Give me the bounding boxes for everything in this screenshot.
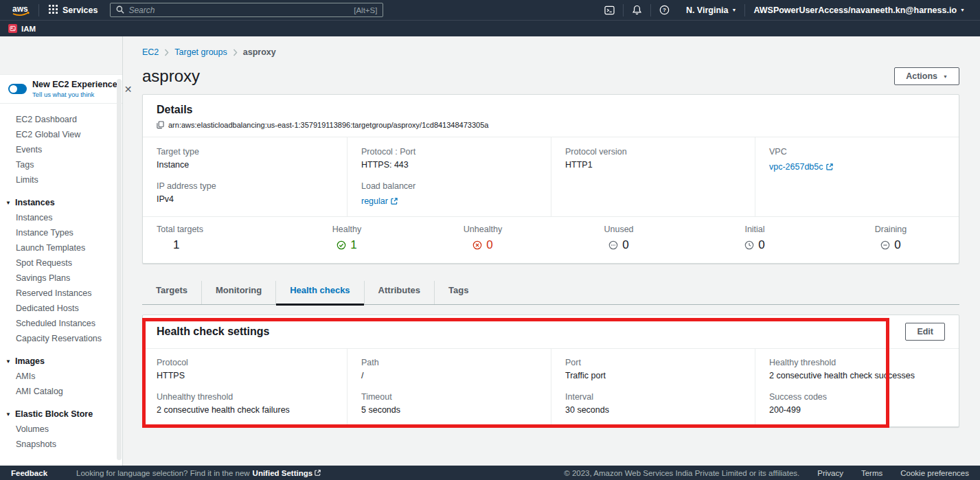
privacy-link[interactable]: Privacy [817,469,843,477]
tab-attributes[interactable]: Attributes [364,281,434,304]
sidebar-section-elastic-block-store[interactable]: ▼ Elastic Block Store [0,407,122,422]
feedback-button[interactable]: Feedback [11,469,47,477]
caret-down-icon: ▼ [5,200,11,206]
account-menu[interactable]: AWSPowerUserAccess/navaneeth.kn@harness.… [745,0,973,20]
tab-targets[interactable]: Targets [142,281,201,304]
sidebar-item-savings-plans[interactable]: Savings Plans [0,271,122,286]
sidebar-section-instances[interactable]: ▼ Instances [0,195,122,210]
sidebar-top-spacer [0,36,122,74]
actions-button[interactable]: Actions ▼ [894,67,959,85]
sidebar-item-volumes[interactable]: Volumes [0,422,122,437]
new-experience-toggle[interactable] [8,84,27,94]
health-check-settings-card: Health check settings Edit Protocol HTTP… [142,315,959,427]
vpc-link[interactable]: vpc-2657db5c [769,162,833,172]
region-selector[interactable]: N. Virginia ▼ [678,0,745,20]
tell-us-link[interactable]: Tell us what you think [32,91,117,98]
sidebar-item-ec2-dashboard[interactable]: EC2 Dashboard [0,112,122,127]
sidebar: New EC2 Experience Tell us what you thin… [0,36,123,466]
x-circle-icon [472,240,482,250]
field-unhealthy-threshold: Unhealthy threshold 2 consecutive health… [157,392,333,415]
sidebar-item-launch-templates[interactable]: Launch Templates [0,240,122,255]
tab-monitoring[interactable]: Monitoring [201,281,275,304]
field-protocol-version: Protocol version HTTP1 [565,147,741,170]
field-ip-address-type: IP address type IPv4 [157,181,333,204]
sidebar-scrollbar[interactable] [117,79,122,460]
services-menu-button[interactable]: Services [39,0,107,20]
tab-health-checks[interactable]: Health checks [275,281,363,304]
chevron-down-icon: ▼ [960,8,965,12]
sidebar-item-ec2-global-view[interactable]: EC2 Global View [0,127,122,142]
sidebar-item-scheduled-instances[interactable]: Scheduled Instances [0,316,122,331]
caret-down-icon: ▼ [5,358,11,365]
count-draining: Draining 0 [823,225,959,253]
sidebar-item-capacity-reservations[interactable]: Capacity Reservations [0,331,122,346]
favorites-bar: IAM [0,20,980,36]
services-label: Services [62,5,98,15]
sidebar-item-limits[interactable]: Limits [0,172,122,187]
field-success-codes: Success codes 200-499 [769,392,945,415]
notifications-bell-button[interactable] [624,0,650,20]
sidebar-item-events[interactable]: Events [0,142,122,157]
health-check-column: Healthy threshold 2 consecutive health c… [755,349,959,426]
health-check-settings-title: Health check settings [157,325,270,338]
terms-link[interactable]: Terms [861,469,882,477]
field-target-type: Target type Instance [157,147,333,170]
sidebar-item-reserved-instances[interactable]: Reserved Instances [0,286,122,301]
search-input[interactable] [128,5,350,15]
chevron-down-icon: ▼ [943,74,948,79]
cloudshell-button[interactable] [596,0,623,20]
aws-logo[interactable]: aws [7,3,38,17]
tab-tags[interactable]: Tags [434,281,482,304]
breadcrumb-ec2[interactable]: EC2 [142,47,159,57]
count-healthy: Healthy 1 [279,225,415,253]
new-experience-title: New EC2 Experience [32,80,117,89]
edit-health-check-button[interactable]: Edit [905,323,945,341]
field-port: Port Traffic port [565,358,741,380]
sidebar-item-amis[interactable]: AMIs [0,369,122,384]
sidebar-item-tags[interactable]: Tags [0,157,122,172]
services-grid-icon [49,5,58,16]
details-column: VPC vpc-2657db5c [755,137,959,216]
external-link-icon [391,198,398,205]
iam-service-icon [8,24,17,33]
global-search[interactable]: [Alt+S] [110,3,383,17]
svg-text:?: ? [663,7,666,13]
sidebar-section-images[interactable]: ▼ Images [0,354,122,369]
field-vpc: VPC vpc-2657db5c [769,147,945,172]
sidebar-item-snapshots[interactable]: Snapshots [0,437,122,452]
count-total-targets: Total targets 1 [143,225,279,253]
unified-settings-link[interactable]: Unified Settings [253,469,321,477]
minus-circle-icon [880,240,890,250]
aws-logo-text: aws [12,4,28,14]
breadcrumb: EC2 Target groups asproxy [142,47,959,57]
field-protocol: Protocol HTTPS [157,358,333,380]
copy-icon[interactable] [157,121,164,129]
breadcrumb-current: asproxy [243,47,276,57]
search-icon [116,4,124,16]
field-timeout: Timeout 5 seconds [361,392,537,415]
sidebar-item-instance-types[interactable]: Instance Types [0,225,122,240]
cookie-preferences-link[interactable]: Cookie preferences [900,469,969,477]
check-circle-icon [337,240,346,250]
caret-down-icon: ▼ [5,411,11,418]
footer: Feedback Looking for language selection?… [0,466,980,480]
favorites-item-iam[interactable]: IAM [21,25,36,33]
health-check-column: Port Traffic port Interval 30 seconds [551,349,755,426]
sidebar-item-dedicated-hosts[interactable]: Dedicated Hosts [0,301,122,316]
external-link-icon [826,163,833,170]
count-unhealthy: Unhealthy 0 [415,225,551,253]
field-interval: Interval 30 seconds [565,392,741,415]
details-title: Details [157,104,945,116]
page-title: asproxy [142,67,200,86]
sidebar-item-ami-catalog[interactable]: AMI Catalog [0,384,122,399]
health-check-column: Path / Timeout 5 seconds [347,349,551,426]
help-button[interactable]: ? [651,0,678,20]
sidebar-item-spot-requests[interactable]: Spot Requests [0,255,122,271]
sidebar-item-instances[interactable]: Instances [0,210,122,225]
breadcrumb-target-groups[interactable]: Target groups [174,47,227,57]
details-column: Protocol : Port HTTPS: 443 Load balancer… [347,137,551,216]
load-balancer-link[interactable]: regular [361,196,398,206]
language-notice: Looking for language selection? Find it … [76,469,321,477]
close-icon[interactable]: ✕ [123,84,134,95]
count-initial: Initial 0 [687,225,823,253]
